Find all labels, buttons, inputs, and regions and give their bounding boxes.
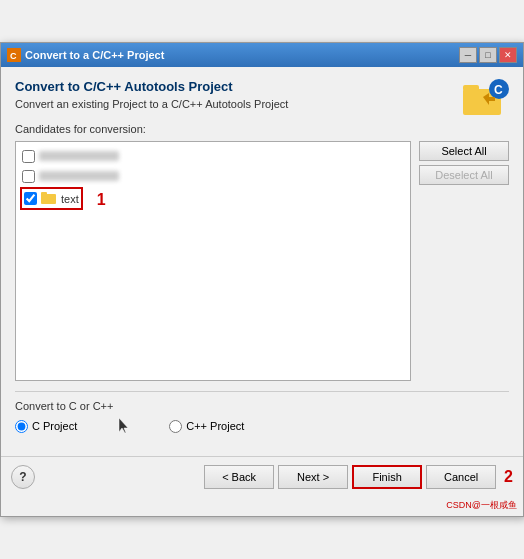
cpp-project-radio[interactable] xyxy=(169,420,182,433)
help-button[interactable]: ? xyxy=(11,465,35,489)
annotation-number-1: 1 xyxy=(97,191,106,209)
candidate-text-label: text xyxy=(61,193,79,205)
list-item xyxy=(16,146,410,166)
convert-label: Convert to C or C++ xyxy=(15,400,509,412)
convert-section: Convert to C or C++ C Project C++ Projec… xyxy=(15,391,509,434)
candidates-box: text 1 xyxy=(15,141,411,381)
candidates-area: text 1 Select All Deselect All xyxy=(15,141,509,391)
folder-icon xyxy=(41,190,57,207)
candidate-checkbox-1[interactable] xyxy=(22,150,35,163)
header-area: Convert to C/C++ Autotools Project Conve… xyxy=(15,79,509,123)
title-bar-controls: ─ □ ✕ xyxy=(459,47,517,63)
dialog-subtitle: Convert an existing Project to a C/C++ A… xyxy=(15,98,288,110)
blurred-label-2 xyxy=(39,171,119,181)
close-button[interactable]: ✕ xyxy=(499,47,517,63)
watermark: CSDN@一根咸鱼 xyxy=(1,497,523,516)
maximize-button[interactable]: □ xyxy=(479,47,497,63)
window-title: Convert to a C/C++ Project xyxy=(25,49,164,61)
svg-rect-8 xyxy=(41,192,47,196)
nav-buttons: < Back Next > Finish Cancel xyxy=(204,465,496,489)
header-text: Convert to C/C++ Autotools Project Conve… xyxy=(15,79,288,120)
side-buttons: Select All Deselect All xyxy=(419,141,509,391)
title-bar-left: C Convert to a C/C++ Project xyxy=(7,48,164,62)
back-button[interactable]: < Back xyxy=(204,465,274,489)
blurred-label-1 xyxy=(39,151,119,161)
window-icon: C xyxy=(7,48,21,62)
deselect-all-button[interactable]: Deselect All xyxy=(419,165,509,185)
cpp-project-option[interactable]: C++ Project xyxy=(169,420,244,433)
candidate-checkbox-2[interactable] xyxy=(22,170,35,183)
candidate-checkbox-text[interactable] xyxy=(24,192,37,205)
cpp-project-label: C++ Project xyxy=(186,420,244,432)
svg-rect-3 xyxy=(463,85,479,91)
c-project-option[interactable]: C Project xyxy=(15,420,77,433)
svg-marker-9 xyxy=(119,418,128,433)
button-bar: ? < Back Next > Finish Cancel 2 xyxy=(1,456,523,497)
annotation-number-2: 2 xyxy=(504,468,513,486)
cursor-icon xyxy=(117,418,129,434)
main-window: C Convert to a C/C++ Project ─ □ ✕ Conve… xyxy=(0,42,524,517)
select-all-button[interactable]: Select All xyxy=(419,141,509,161)
minimize-button[interactable]: ─ xyxy=(459,47,477,63)
dialog-main-title: Convert to C/C++ Autotools Project xyxy=(15,79,288,94)
candidates-list-wrapper: text 1 xyxy=(15,141,411,391)
svg-text:C: C xyxy=(10,51,17,61)
finish-button[interactable]: Finish xyxy=(352,465,422,489)
selected-candidate-row: text xyxy=(20,187,83,210)
c-project-label: C Project xyxy=(32,420,77,432)
cancel-button[interactable]: Cancel xyxy=(426,465,496,489)
list-item xyxy=(16,166,410,186)
header-icon: C xyxy=(461,75,509,123)
next-button[interactable]: Next > xyxy=(278,465,348,489)
svg-text:C: C xyxy=(494,83,503,97)
dialog-content: Convert to C/C++ Autotools Project Conve… xyxy=(1,67,523,456)
radio-group: C Project C++ Project xyxy=(15,418,509,434)
candidates-section-label: Candidates for conversion: xyxy=(15,123,509,135)
title-bar: C Convert to a C/C++ Project ─ □ ✕ xyxy=(1,43,523,67)
c-project-radio[interactable] xyxy=(15,420,28,433)
